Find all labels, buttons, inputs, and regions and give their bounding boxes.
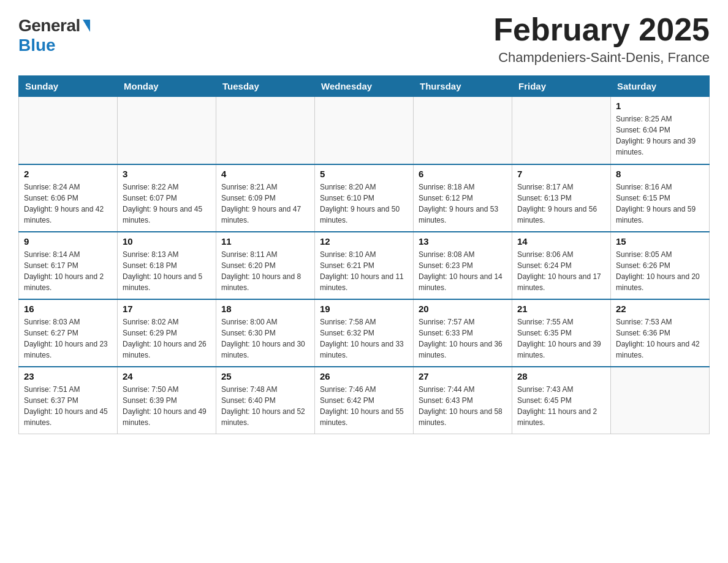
calendar-cell (216, 97, 315, 164)
day-info: Sunrise: 8:24 AMSunset: 6:06 PMDaylight:… (24, 182, 112, 226)
calendar-cell: 5Sunrise: 8:20 AMSunset: 6:10 PMDaylight… (315, 164, 414, 232)
day-info: Sunrise: 8:00 AMSunset: 6:30 PMDaylight:… (221, 316, 309, 361)
day-number: 23 (24, 371, 112, 381)
day-number: 21 (517, 304, 605, 314)
weekday-header-saturday: Saturday (611, 76, 710, 97)
calendar-cell: 18Sunrise: 8:00 AMSunset: 6:30 PMDayligh… (216, 299, 315, 367)
day-number: 9 (24, 236, 112, 247)
day-info: Sunrise: 7:57 AMSunset: 6:33 PMDaylight:… (419, 316, 507, 361)
page-header: General Blue February 2025 Champdeniers-… (18, 12, 710, 66)
calendar-cell: 12Sunrise: 8:10 AMSunset: 6:21 PMDayligh… (315, 232, 414, 299)
day-info: Sunrise: 8:02 AMSunset: 6:29 PMDaylight:… (123, 316, 211, 361)
day-info: Sunrise: 7:44 AMSunset: 6:43 PMDaylight:… (419, 384, 507, 428)
calendar-cell: 23Sunrise: 7:51 AMSunset: 6:37 PMDayligh… (19, 367, 118, 434)
calendar-cell (315, 97, 414, 164)
calendar-cell: 9Sunrise: 8:14 AMSunset: 6:17 PMDaylight… (19, 232, 118, 299)
logo-general-text: General (18, 16, 80, 36)
day-info: Sunrise: 8:06 AMSunset: 6:24 PMDaylight:… (517, 249, 605, 293)
day-number: 2 (24, 169, 112, 179)
day-info: Sunrise: 7:53 AMSunset: 6:36 PMDaylight:… (616, 316, 704, 361)
day-number: 11 (221, 236, 309, 247)
day-number: 8 (616, 169, 704, 179)
day-number: 15 (616, 236, 704, 247)
weekday-header-sunday: Sunday (19, 76, 118, 97)
calendar-cell: 26Sunrise: 7:46 AMSunset: 6:42 PMDayligh… (315, 367, 414, 434)
calendar-cell: 6Sunrise: 8:18 AMSunset: 6:12 PMDaylight… (414, 164, 512, 232)
day-info: Sunrise: 8:08 AMSunset: 6:23 PMDaylight:… (419, 249, 507, 293)
day-info: Sunrise: 7:58 AMSunset: 6:32 PMDaylight:… (320, 316, 408, 361)
calendar-cell: 20Sunrise: 7:57 AMSunset: 6:33 PMDayligh… (414, 299, 512, 367)
day-info: Sunrise: 8:13 AMSunset: 6:18 PMDaylight:… (123, 249, 211, 293)
day-info: Sunrise: 8:20 AMSunset: 6:10 PMDaylight:… (320, 182, 408, 226)
weekday-header-monday: Monday (118, 76, 216, 97)
day-info: Sunrise: 8:05 AMSunset: 6:26 PMDaylight:… (616, 249, 704, 293)
calendar-cell: 10Sunrise: 8:13 AMSunset: 6:18 PMDayligh… (118, 232, 216, 299)
day-info: Sunrise: 7:46 AMSunset: 6:42 PMDaylight:… (320, 384, 408, 428)
calendar-week-row: 16Sunrise: 8:03 AMSunset: 6:27 PMDayligh… (19, 299, 710, 367)
month-title: February 2025 (493, 12, 710, 47)
day-info: Sunrise: 7:43 AMSunset: 6:45 PMDaylight:… (517, 384, 605, 428)
calendar-week-row: 2Sunrise: 8:24 AMSunset: 6:06 PMDaylight… (19, 164, 710, 232)
calendar-cell: 22Sunrise: 7:53 AMSunset: 6:36 PMDayligh… (611, 299, 710, 367)
calendar-cell: 8Sunrise: 8:16 AMSunset: 6:15 PMDaylight… (611, 164, 710, 232)
day-info: Sunrise: 8:21 AMSunset: 6:09 PMDaylight:… (221, 182, 309, 226)
day-info: Sunrise: 8:17 AMSunset: 6:13 PMDaylight:… (517, 182, 605, 226)
day-number: 18 (221, 304, 309, 314)
calendar-cell: 21Sunrise: 7:55 AMSunset: 6:35 PMDayligh… (512, 299, 611, 367)
calendar-cell (414, 97, 512, 164)
calendar-cell: 28Sunrise: 7:43 AMSunset: 6:45 PMDayligh… (512, 367, 611, 434)
calendar-cell: 11Sunrise: 8:11 AMSunset: 6:20 PMDayligh… (216, 232, 315, 299)
weekday-header-row: SundayMondayTuesdayWednesdayThursdayFrid… (19, 76, 710, 97)
calendar-cell: 27Sunrise: 7:44 AMSunset: 6:43 PMDayligh… (414, 367, 512, 434)
calendar-table: SundayMondayTuesdayWednesdayThursdayFrid… (18, 75, 710, 434)
calendar-cell (512, 97, 611, 164)
calendar-cell (118, 97, 216, 164)
logo: General Blue (18, 12, 90, 55)
calendar-cell: 16Sunrise: 8:03 AMSunset: 6:27 PMDayligh… (19, 299, 118, 367)
day-info: Sunrise: 8:16 AMSunset: 6:15 PMDaylight:… (616, 182, 704, 226)
day-number: 12 (320, 236, 408, 247)
calendar-cell: 15Sunrise: 8:05 AMSunset: 6:26 PMDayligh… (611, 232, 710, 299)
day-number: 7 (517, 169, 605, 179)
day-info: Sunrise: 8:10 AMSunset: 6:21 PMDaylight:… (320, 249, 408, 293)
day-number: 5 (320, 169, 408, 179)
day-info: Sunrise: 8:22 AMSunset: 6:07 PMDaylight:… (123, 182, 211, 226)
day-info: Sunrise: 8:25 AMSunset: 6:04 PMDaylight:… (616, 113, 704, 158)
day-number: 13 (419, 236, 507, 247)
day-number: 19 (320, 304, 408, 314)
day-number: 10 (123, 236, 211, 247)
logo-blue-text: Blue (18, 36, 56, 55)
logo-triangle-icon (83, 20, 90, 32)
weekday-header-wednesday: Wednesday (315, 76, 414, 97)
calendar-cell (19, 97, 118, 164)
day-number: 28 (517, 371, 605, 381)
calendar-cell: 19Sunrise: 7:58 AMSunset: 6:32 PMDayligh… (315, 299, 414, 367)
calendar-cell: 1Sunrise: 8:25 AMSunset: 6:04 PMDaylight… (611, 97, 710, 164)
day-number: 14 (517, 236, 605, 247)
day-number: 4 (221, 169, 309, 179)
calendar-cell: 25Sunrise: 7:48 AMSunset: 6:40 PMDayligh… (216, 367, 315, 434)
day-number: 20 (419, 304, 507, 314)
calendar-cell: 7Sunrise: 8:17 AMSunset: 6:13 PMDaylight… (512, 164, 611, 232)
day-number: 1 (616, 101, 704, 111)
day-number: 26 (320, 371, 408, 381)
day-number: 3 (123, 169, 211, 179)
day-info: Sunrise: 7:51 AMSunset: 6:37 PMDaylight:… (24, 384, 112, 428)
day-number: 25 (221, 371, 309, 381)
calendar-week-row: 1Sunrise: 8:25 AMSunset: 6:04 PMDaylight… (19, 97, 710, 164)
calendar-week-row: 23Sunrise: 7:51 AMSunset: 6:37 PMDayligh… (19, 367, 710, 434)
day-info: Sunrise: 7:50 AMSunset: 6:39 PMDaylight:… (123, 384, 211, 428)
day-info: Sunrise: 7:55 AMSunset: 6:35 PMDaylight:… (517, 316, 605, 361)
title-section: February 2025 Champdeniers-Saint-Denis, … (493, 12, 710, 66)
calendar-cell: 14Sunrise: 8:06 AMSunset: 6:24 PMDayligh… (512, 232, 611, 299)
day-number: 16 (24, 304, 112, 314)
calendar-cell: 13Sunrise: 8:08 AMSunset: 6:23 PMDayligh… (414, 232, 512, 299)
day-number: 6 (419, 169, 507, 179)
calendar-cell: 24Sunrise: 7:50 AMSunset: 6:39 PMDayligh… (118, 367, 216, 434)
weekday-header-friday: Friday (512, 76, 611, 97)
location-subtitle: Champdeniers-Saint-Denis, France (493, 50, 710, 66)
calendar-cell: 17Sunrise: 8:02 AMSunset: 6:29 PMDayligh… (118, 299, 216, 367)
day-number: 27 (419, 371, 507, 381)
calendar-cell: 3Sunrise: 8:22 AMSunset: 6:07 PMDaylight… (118, 164, 216, 232)
day-info: Sunrise: 8:14 AMSunset: 6:17 PMDaylight:… (24, 249, 112, 293)
